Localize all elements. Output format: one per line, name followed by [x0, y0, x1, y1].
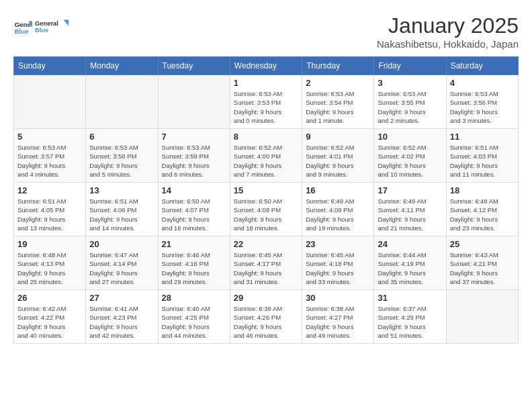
- day-detail: Sunrise: 6:50 AMSunset: 4:08 PMDaylight:…: [234, 197, 298, 232]
- day-detail: Sunrise: 6:46 AMSunset: 4:16 PMDaylight:…: [162, 250, 226, 286]
- day-number: 24: [378, 239, 442, 249]
- day-number: 25: [450, 239, 515, 249]
- day-detail: Sunrise: 6:51 AMSunset: 4:03 PMDaylight:…: [450, 143, 515, 179]
- calendar-cell: [158, 75, 230, 129]
- day-number: 26: [17, 293, 82, 303]
- calendar-cell: 30Sunrise: 6:38 AMSunset: 4:27 PMDayligh…: [302, 290, 374, 344]
- calendar-cell: 3Sunrise: 6:53 AMSunset: 3:55 PMDaylight…: [374, 75, 446, 129]
- day-number: 22: [234, 239, 298, 249]
- calendar-cell: 19Sunrise: 6:48 AMSunset: 4:13 PMDayligh…: [14, 236, 86, 290]
- calendar-cell: 29Sunrise: 6:39 AMSunset: 4:26 PMDayligh…: [230, 290, 302, 344]
- day-detail: Sunrise: 6:38 AMSunset: 4:27 PMDaylight:…: [306, 304, 370, 340]
- day-number: 30: [306, 293, 370, 303]
- calendar-title: January 2025: [377, 13, 519, 38]
- day-number: 4: [450, 78, 515, 88]
- day-number: 31: [378, 293, 442, 303]
- weekday-header: Thursday: [302, 57, 374, 75]
- weekday-header: Saturday: [446, 57, 518, 75]
- day-detail: Sunrise: 6:52 AMSunset: 4:02 PMDaylight:…: [378, 143, 442, 179]
- day-number: 8: [234, 132, 298, 142]
- svg-text:Blue: Blue: [14, 28, 29, 35]
- calendar-header-row: SundayMondayTuesdayWednesdayThursdayFrid…: [14, 57, 519, 75]
- day-detail: Sunrise: 6:42 AMSunset: 4:22 PMDaylight:…: [17, 304, 82, 340]
- weekday-header: Monday: [86, 57, 158, 75]
- calendar-cell: 9Sunrise: 6:52 AMSunset: 4:01 PMDaylight…: [302, 129, 374, 183]
- calendar-cell: [86, 75, 158, 129]
- calendar-cell: 6Sunrise: 6:53 AMSunset: 3:58 PMDaylight…: [86, 129, 158, 183]
- day-detail: Sunrise: 6:44 AMSunset: 4:19 PMDaylight:…: [378, 250, 442, 286]
- day-number: 9: [306, 132, 370, 142]
- day-detail: Sunrise: 6:49 AMSunset: 4:11 PMDaylight:…: [378, 197, 442, 232]
- day-detail: Sunrise: 6:45 AMSunset: 4:18 PMDaylight:…: [306, 250, 370, 286]
- calendar-cell: 21Sunrise: 6:46 AMSunset: 4:16 PMDayligh…: [158, 236, 230, 290]
- calendar-cell: 27Sunrise: 6:41 AMSunset: 4:23 PMDayligh…: [86, 290, 158, 344]
- calendar-cell: 10Sunrise: 6:52 AMSunset: 4:02 PMDayligh…: [374, 129, 446, 183]
- day-detail: Sunrise: 6:40 AMSunset: 4:25 PMDaylight:…: [162, 304, 226, 340]
- calendar-cell: 25Sunrise: 6:43 AMSunset: 4:21 PMDayligh…: [446, 236, 518, 290]
- day-detail: Sunrise: 6:37 AMSunset: 4:29 PMDaylight:…: [378, 304, 442, 340]
- svg-marker-5: [64, 19, 69, 26]
- title-block: January 2025 Nakashibetsu, Hokkaido, Jap…: [377, 13, 519, 50]
- day-number: 27: [89, 293, 154, 303]
- day-detail: Sunrise: 6:53 AMSunset: 3:57 PMDaylight:…: [17, 143, 82, 179]
- day-number: 12: [17, 185, 82, 195]
- calendar-cell: 18Sunrise: 6:48 AMSunset: 4:12 PMDayligh…: [446, 183, 518, 236]
- calendar-cell: 7Sunrise: 6:53 AMSunset: 3:59 PMDaylight…: [158, 129, 230, 183]
- day-number: 28: [162, 293, 226, 303]
- day-number: 15: [234, 185, 298, 195]
- day-detail: Sunrise: 6:48 AMSunset: 4:12 PMDaylight:…: [450, 197, 515, 232]
- calendar-cell: 20Sunrise: 6:47 AMSunset: 4:14 PMDayligh…: [86, 236, 158, 290]
- day-number: 18: [450, 185, 515, 195]
- day-number: 21: [162, 239, 226, 249]
- day-number: 13: [89, 185, 154, 195]
- calendar-week-row: 5Sunrise: 6:53 AMSunset: 3:57 PMDaylight…: [14, 129, 519, 183]
- day-detail: Sunrise: 6:39 AMSunset: 4:26 PMDaylight:…: [234, 304, 298, 340]
- calendar-cell: 28Sunrise: 6:40 AMSunset: 4:25 PMDayligh…: [158, 290, 230, 344]
- day-number: 7: [162, 132, 226, 142]
- day-number: 16: [306, 185, 370, 195]
- day-number: 5: [17, 132, 82, 142]
- day-detail: Sunrise: 6:47 AMSunset: 4:14 PMDaylight:…: [89, 250, 154, 286]
- calendar-cell: [14, 75, 86, 129]
- day-detail: Sunrise: 6:53 AMSunset: 3:55 PMDaylight:…: [378, 89, 442, 125]
- calendar-cell: 8Sunrise: 6:52 AMSunset: 4:00 PMDaylight…: [230, 129, 302, 183]
- day-detail: Sunrise: 6:53 AMSunset: 3:59 PMDaylight:…: [162, 143, 226, 179]
- day-number: 6: [89, 132, 154, 142]
- calendar-week-row: 26Sunrise: 6:42 AMSunset: 4:22 PMDayligh…: [14, 290, 519, 344]
- logo-graphic: General Blue: [35, 13, 69, 40]
- calendar-cell: 5Sunrise: 6:53 AMSunset: 3:57 PMDaylight…: [14, 129, 86, 183]
- calendar-week-row: 19Sunrise: 6:48 AMSunset: 4:13 PMDayligh…: [14, 236, 519, 290]
- calendar-cell: 12Sunrise: 6:51 AMSunset: 4:05 PMDayligh…: [14, 183, 86, 236]
- day-number: 14: [162, 185, 226, 195]
- calendar-subtitle: Nakashibetsu, Hokkaido, Japan: [377, 38, 519, 50]
- day-detail: Sunrise: 6:53 AMSunset: 3:53 PMDaylight:…: [234, 89, 298, 125]
- day-detail: Sunrise: 6:53 AMSunset: 3:56 PMDaylight:…: [450, 89, 515, 125]
- weekday-header: Tuesday: [158, 57, 230, 75]
- calendar-week-row: 12Sunrise: 6:51 AMSunset: 4:05 PMDayligh…: [14, 183, 519, 236]
- calendar-cell: 16Sunrise: 6:49 AMSunset: 4:09 PMDayligh…: [302, 183, 374, 236]
- day-detail: Sunrise: 6:53 AMSunset: 3:54 PMDaylight:…: [306, 89, 370, 125]
- svg-text:General: General: [35, 20, 58, 27]
- day-detail: Sunrise: 6:50 AMSunset: 4:07 PMDaylight:…: [162, 197, 226, 232]
- logo: General Blue General Blue: [13, 13, 69, 40]
- day-detail: Sunrise: 6:45 AMSunset: 4:17 PMDaylight:…: [234, 250, 298, 286]
- calendar-cell: 26Sunrise: 6:42 AMSunset: 4:22 PMDayligh…: [14, 290, 86, 344]
- day-detail: Sunrise: 6:49 AMSunset: 4:09 PMDaylight:…: [306, 197, 370, 232]
- calendar-cell: 23Sunrise: 6:45 AMSunset: 4:18 PMDayligh…: [302, 236, 374, 290]
- day-number: 3: [378, 78, 442, 88]
- day-number: 10: [378, 132, 442, 142]
- calendar-cell: 1Sunrise: 6:53 AMSunset: 3:53 PMDaylight…: [230, 75, 302, 129]
- page-header: General Blue General Blue January 2025 N…: [13, 13, 519, 50]
- calendar-cell: 4Sunrise: 6:53 AMSunset: 3:56 PMDaylight…: [446, 75, 518, 129]
- day-detail: Sunrise: 6:52 AMSunset: 4:01 PMDaylight:…: [306, 143, 370, 179]
- day-detail: Sunrise: 6:52 AMSunset: 4:00 PMDaylight:…: [234, 143, 298, 179]
- calendar-cell: [446, 290, 518, 344]
- day-number: 19: [17, 239, 82, 249]
- calendar-cell: 2Sunrise: 6:53 AMSunset: 3:54 PMDaylight…: [302, 75, 374, 129]
- svg-text:Blue: Blue: [35, 27, 48, 34]
- calendar-cell: 15Sunrise: 6:50 AMSunset: 4:08 PMDayligh…: [230, 183, 302, 236]
- day-number: 2: [306, 78, 370, 88]
- day-number: 29: [234, 293, 298, 303]
- day-detail: Sunrise: 6:51 AMSunset: 4:06 PMDaylight:…: [89, 197, 154, 232]
- day-detail: Sunrise: 6:43 AMSunset: 4:21 PMDaylight:…: [450, 250, 515, 286]
